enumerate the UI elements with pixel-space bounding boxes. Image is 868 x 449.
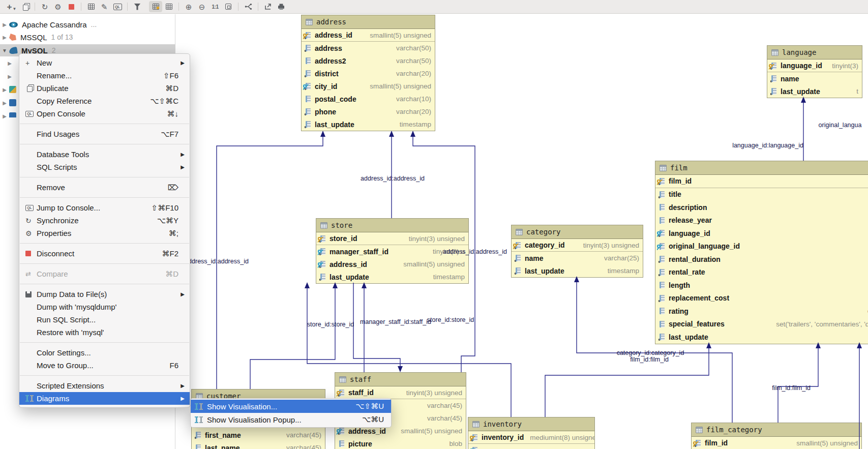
table-header[interactable]: film_category	[692, 423, 861, 437]
zoom-in-button[interactable]: ⊕	[182, 1, 195, 12]
column-name: picture	[348, 440, 372, 448]
table-row[interactable]: districtvarchar(20)	[302, 67, 435, 80]
table-row[interactable]: addressvarchar(50)	[302, 42, 435, 54]
table-row[interactable]: last_update	[655, 331, 868, 344]
edge-label: address_id:address_id	[185, 258, 249, 265]
chevron-right-icon[interactable]: ▶	[0, 22, 9, 27]
menu-item-run-sql-script[interactable]: Run SQL Script...	[19, 313, 190, 326]
table-row[interactable]: last_updatetimestamp	[316, 271, 468, 283]
menu-item-color-settings[interactable]: Color Settings...	[19, 346, 190, 359]
chevron-right-icon[interactable]: ▶	[0, 113, 9, 119]
table-row[interactable]	[468, 444, 594, 449]
actual-size-button[interactable]: 1:1	[208, 1, 222, 12]
menu-item-compare[interactable]: ⇄Compare⌘D	[19, 267, 190, 280]
menu-item-sql-scripts[interactable]: SQL Scripts▶	[19, 161, 190, 173]
chevron-right-icon[interactable]: ▶	[0, 87, 9, 93]
table-row[interactable]: last_updatetimestamp	[512, 264, 643, 277]
table-row[interactable]: film_idsmallint(5) unsigned	[692, 437, 861, 449]
table-row[interactable]: release_year	[655, 214, 868, 227]
menu-item-properties[interactable]: ⚙Properties⌘;	[19, 227, 190, 240]
table-header[interactable]: category	[512, 225, 643, 239]
filter-button[interactable]	[131, 1, 144, 12]
menu-item-remove[interactable]: Remove⌦	[19, 181, 190, 194]
table-row[interactable]: special_featuresset('trailers', 'comment…	[655, 318, 868, 331]
menu-item-dump-data[interactable]: Dump Data to File(s)▶	[19, 288, 190, 301]
menu-item-synchronize[interactable]: ↻Synchronize⌥⌘Y	[19, 214, 190, 227]
table-row[interactable]: last_updatet	[767, 85, 862, 98]
show-key-columns-toggle[interactable]	[149, 1, 162, 12]
chevron-right-icon[interactable]: ▶	[0, 35, 9, 40]
table-name: category	[526, 228, 560, 236]
table-row[interactable]: address_idsmallint(5) unsigned	[316, 258, 468, 271]
duplicate-button[interactable]	[18, 1, 32, 12]
table-header[interactable]: address	[302, 15, 435, 29]
menu-item-move-to-group[interactable]: Move to Group...F6	[19, 359, 190, 372]
table-header[interactable]: inventory	[468, 417, 594, 431]
menu-item-open-console[interactable]: QLOpen Console⌘↓	[19, 107, 190, 120]
table-header[interactable]: staff	[335, 373, 466, 386]
table-row[interactable]: ratingenum('G', 'PG', 'PG-13', 'R', 'NC-…	[655, 305, 868, 318]
table-row[interactable]: inventory_idmediumint(8) unsigned	[468, 431, 594, 444]
split-button[interactable]	[242, 1, 255, 12]
menu-item-diagrams[interactable]: Diagrams▶	[19, 392, 190, 405]
table-row[interactable]: description	[655, 201, 868, 214]
menu-item-disconnect[interactable]: Disconnect⌘F2	[19, 247, 190, 260]
chevron-right-icon[interactable]: ▶	[5, 74, 14, 79]
table-row[interactable]: language_id	[655, 227, 868, 240]
table-row[interactable]: last_namevarchar(45)	[192, 441, 325, 449]
menu-item-restore-mysql[interactable]: Restore with 'mysql'	[19, 326, 190, 339]
table-row[interactable]: title	[655, 188, 868, 201]
table-row[interactable]: postal_codevarchar(10)	[302, 93, 435, 105]
refresh-button[interactable]: ↻	[38, 1, 51, 12]
export-button[interactable]	[261, 1, 275, 12]
table-row[interactable]: film_id	[655, 175, 868, 188]
stop-button[interactable]	[65, 1, 78, 12]
add-button[interactable]: +▼	[5, 1, 18, 12]
data-source-properties-button[interactable]: ⚙	[51, 1, 65, 12]
table-row[interactable]: namevarchar(25)	[512, 252, 643, 264]
fit-content-button[interactable]	[222, 1, 235, 12]
menu-item-new[interactable]: +New▶	[19, 56, 190, 69]
table-row[interactable]: original_language_id	[655, 240, 868, 253]
table-header[interactable]: language	[767, 46, 862, 59]
table-row[interactable]: language_idtinyint(3)	[767, 59, 862, 72]
menu-item-find-usages[interactable]: Find Usages⌥F7	[19, 128, 190, 140]
table-view-button[interactable]	[84, 1, 98, 12]
print-button[interactable]	[275, 1, 288, 12]
table-header[interactable]: film	[655, 161, 868, 175]
table-row[interactable]: address_idsmallint(5) unsigned	[302, 29, 435, 42]
table-row[interactable]: pictureblob	[335, 437, 466, 449]
table-row[interactable]: replacement_cost	[655, 292, 868, 305]
menu-item-copy-reference[interactable]: Copy Reference⌥⇧⌘C	[19, 95, 190, 107]
table-row[interactable]: first_namevarchar(45)	[192, 429, 325, 441]
table-row[interactable]: rental_rate	[655, 266, 868, 279]
table-row[interactable]: length	[655, 279, 868, 292]
menu-item-database-tools[interactable]: Database Tools▶	[19, 148, 190, 161]
table-row[interactable]: last_updatetimestamp	[302, 118, 435, 131]
chevron-right-icon[interactable]: ▶	[5, 61, 14, 66]
table-row[interactable]: category_idtinyint(3) unsigned	[512, 239, 643, 252]
menu-item-show-visualisation[interactable]: Show Visualisation...⌥⇧⌘U	[191, 400, 391, 413]
table-row[interactable]: store_idtinyint(3) unsigned	[316, 232, 468, 245]
table-row[interactable]: phonevarchar(20)	[302, 105, 435, 118]
chevron-right-icon[interactable]: ▶	[0, 100, 9, 106]
tree-item-mssql[interactable]: ▶ MSSQL 1 of 13	[0, 31, 175, 43]
table-header[interactable]: store	[316, 219, 468, 232]
menu-item-rename[interactable]: Rename...⇧F6	[19, 69, 190, 82]
zoom-out-button[interactable]: ⊖	[195, 1, 208, 12]
tree-item-cassandra[interactable]: ▶ Apache Cassandra ...	[0, 18, 175, 31]
show-all-columns-toggle[interactable]	[162, 1, 175, 12]
menu-item-duplicate[interactable]: Duplicate⌘D	[19, 82, 190, 95]
menu-item-scripted-extensions[interactable]: Scripted Extensions▶	[19, 379, 190, 392]
table-row[interactable]: staff_idtinyint(3) unsigned	[335, 386, 466, 399]
table-row[interactable]: city_idsmallint(5) unsigned	[302, 80, 435, 93]
table-row[interactable]: rental_duration	[655, 253, 868, 266]
table-row[interactable]: name	[767, 72, 862, 85]
table-row[interactable]: address2varchar(50)	[302, 54, 435, 67]
chevron-down-icon[interactable]: ▼	[0, 48, 9, 53]
menu-item-dump-mysqldump[interactable]: Dump with 'mysqldump'	[19, 301, 190, 313]
open-console-button[interactable]: QL	[111, 1, 124, 12]
edit-button[interactable]: ✎	[98, 1, 111, 12]
menu-item-jump-to-console[interactable]: QLJump to Console...⇧⌘F10	[19, 201, 190, 214]
menu-item-show-visualisation-popup[interactable]: Show Visualisation Popup...⌥⌘U	[191, 413, 391, 426]
